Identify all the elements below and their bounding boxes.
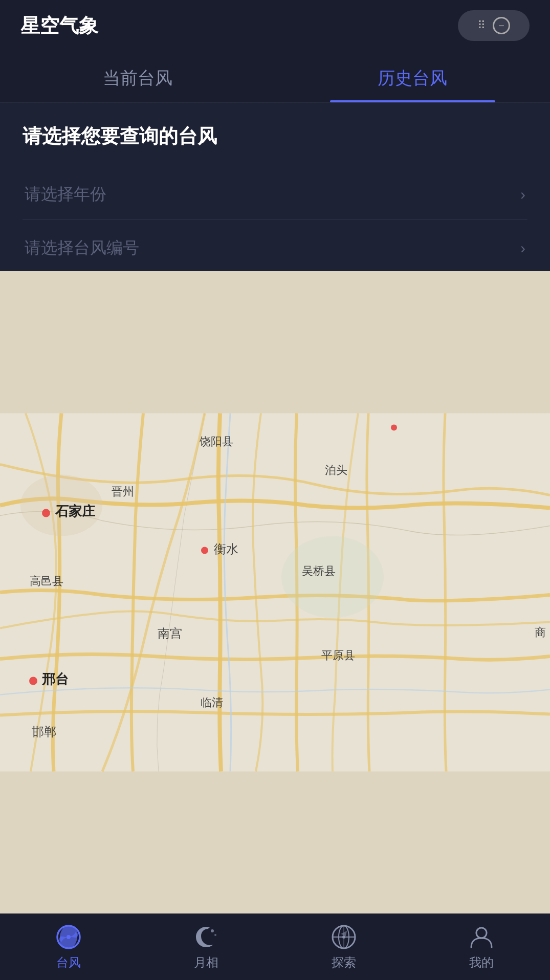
nav-label-typhoon: 台风 <box>56 954 81 971</box>
moon-icon <box>193 924 219 950</box>
svg-text:泊头: 泊头 <box>325 464 347 476</box>
svg-text:邯郸: 邯郸 <box>32 725 56 738</box>
dots-icon: ⠿ <box>477 19 487 32</box>
year-chevron-icon: › <box>520 186 525 203</box>
header-control[interactable]: ⠿ − <box>458 10 530 41</box>
typhoon-icon <box>55 924 82 950</box>
svg-point-29 <box>476 928 487 938</box>
typhoon-chevron-icon: › <box>520 239 525 257</box>
svg-point-2 <box>281 536 384 618</box>
app-header: 星空气象 ⠿ − <box>0 0 550 51</box>
person-icon <box>468 924 495 950</box>
svg-text:吴桥县: 吴桥县 <box>302 564 336 577</box>
svg-text:高邑县: 高邑县 <box>30 575 63 587</box>
bottom-nav: 台风 月相 探索 <box>0 913 550 980</box>
minus-circle-icon: − <box>493 17 510 34</box>
svg-text:临清: 临清 <box>201 696 223 709</box>
svg-text:商: 商 <box>535 626 546 639</box>
svg-point-8 <box>391 425 397 431</box>
tab-current-typhoon[interactable]: 当前台风 <box>0 51 275 102</box>
svg-text:饶阳县: 饶阳县 <box>199 435 233 448</box>
svg-text:衡水: 衡水 <box>214 542 238 556</box>
svg-text:平原县: 平原县 <box>321 649 355 662</box>
typhoon-number-selector[interactable]: 请选择台风编号 › <box>23 224 527 273</box>
nav-item-explore[interactable]: 探索 <box>275 924 413 971</box>
svg-point-23 <box>214 934 216 936</box>
svg-point-22 <box>211 929 214 932</box>
svg-point-3 <box>42 509 50 517</box>
nav-item-typhoon[interactable]: 台风 <box>0 924 138 971</box>
svg-text:邢台: 邢台 <box>41 671 69 687</box>
svg-point-14 <box>29 677 37 685</box>
svg-text:南宫: 南宫 <box>158 626 182 640</box>
tab-bar: 当前台风 历史台风 <box>0 51 550 103</box>
nav-label-moon: 月相 <box>194 954 218 971</box>
tab-history-typhoon[interactable]: 历史台风 <box>275 51 551 102</box>
nav-item-mine[interactable]: 我的 <box>412 924 550 971</box>
nav-item-moon[interactable]: 月相 <box>138 924 275 971</box>
svg-text:石家庄: 石家庄 <box>55 504 96 519</box>
year-selector-label: 请选择年份 <box>25 183 106 206</box>
map-area: 石家庄 晋州 饶阳县 泊头 高邑县 衡水 吴桥县 南宫 邢台 平原县 临清 邯郸… <box>0 271 550 913</box>
year-selector[interactable]: 请选择年份 › <box>23 170 527 220</box>
app-title: 星空气象 <box>20 13 98 39</box>
svg-point-10 <box>201 547 208 554</box>
svg-text:晋州: 晋州 <box>112 485 134 498</box>
explore-icon <box>331 924 357 950</box>
map-svg: 石家庄 晋州 饶阳县 泊头 高邑县 衡水 吴桥县 南宫 邢台 平原县 临清 邯郸… <box>0 271 550 913</box>
nav-label-mine: 我的 <box>469 954 494 971</box>
typhoon-selector-label: 请选择台风编号 <box>25 237 139 259</box>
nav-label-explore: 探索 <box>332 954 356 971</box>
panel-title: 请选择您要查询的台风 <box>23 123 527 149</box>
